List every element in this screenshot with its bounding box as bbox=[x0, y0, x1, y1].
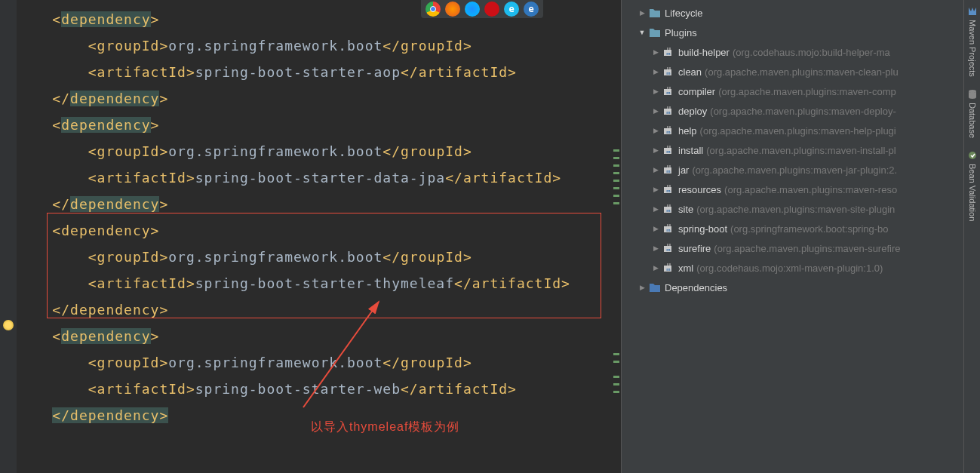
chevron-right-icon: ▶ bbox=[652, 146, 659, 154]
chevron-right-icon: ▶ bbox=[652, 264, 659, 272]
svg-rect-15 bbox=[667, 106, 668, 109]
chevron-down-icon: ▼ bbox=[638, 29, 646, 36]
tree-item-lifecycle[interactable]: ▶ Lifecycle bbox=[625, 3, 980, 23]
maven-tool-window[interactable]: ▶ Lifecycle ▼ Plugins ▶mbuild-helper(org… bbox=[621, 0, 980, 473]
folder-icon bbox=[649, 282, 661, 293]
tab-database[interactable]: Database bbox=[966, 83, 979, 144]
svg-rect-47 bbox=[667, 263, 668, 266]
plugin-icon: m bbox=[662, 164, 674, 175]
plugin-name: help bbox=[678, 125, 697, 137]
svg-text:m: m bbox=[666, 208, 670, 213]
svg-point-50 bbox=[969, 90, 976, 93]
svg-rect-3 bbox=[667, 48, 668, 50]
tree-item-plugin[interactable]: ▶mdeploy(org.apache.maven.plugins:maven-… bbox=[625, 101, 980, 121]
plugins-label: Plugins bbox=[665, 27, 697, 38]
plugin-icon: m bbox=[662, 145, 674, 155]
tab-maven-projects[interactable]: Maven Projects bbox=[966, 0, 979, 83]
tree-item-plugin[interactable]: ▶mresources(org.apache.maven.plugins:mav… bbox=[625, 180, 980, 199]
chevron-right-icon: ▶ bbox=[652, 205, 659, 213]
tree-item-plugin[interactable]: ▶mcompiler(org.apache.maven.plugins:mave… bbox=[625, 81, 980, 101]
svg-rect-11 bbox=[667, 87, 668, 89]
tree-item-plugin[interactable]: ▶mspring-boot(org.springframework.boot:s… bbox=[625, 219, 980, 238]
chevron-right-icon: ▶ bbox=[652, 127, 659, 134]
svg-rect-32 bbox=[669, 185, 671, 187]
plugin-detail: (org.codehaus.mojo:build-helper-ma bbox=[733, 47, 890, 58]
plugin-name: deploy bbox=[678, 106, 707, 117]
tree-item-plugin[interactable]: ▶msurefire(org.apache.maven.plugins:mave… bbox=[625, 238, 980, 258]
intention-bulb-icon[interactable] bbox=[3, 320, 14, 330]
tree-item-plugin[interactable]: ▶minstall(org.apache.maven.plugins:maven… bbox=[625, 140, 980, 160]
plugin-detail: (org.apache.maven.plugins:maven-help-plu… bbox=[700, 125, 896, 137]
vcs-change-markers bbox=[612, 0, 621, 473]
plugin-icon: m bbox=[662, 125, 674, 136]
svg-text:m: m bbox=[666, 91, 670, 95]
plugin-icon: m bbox=[662, 263, 674, 273]
plugin-detail: (org.apache.maven.plugins:maven-comp bbox=[718, 86, 896, 97]
database-icon bbox=[967, 89, 978, 100]
annotation-text: 以导入thymeleaf模板为例 bbox=[311, 413, 459, 440]
right-tool-tabs: Maven Projects Database Bean Validation bbox=[963, 0, 980, 473]
code-content[interactable]: <dependency> <groupId>org.springframewor… bbox=[17, 0, 621, 428]
svg-rect-35 bbox=[667, 204, 668, 207]
plugin-icon: m bbox=[662, 243, 674, 253]
tab-bean-validation[interactable]: Bean Validation bbox=[966, 144, 979, 227]
svg-rect-43 bbox=[667, 244, 668, 246]
bean-icon bbox=[967, 150, 978, 161]
plugin-name: jar bbox=[678, 164, 689, 176]
svg-text:m: m bbox=[666, 110, 670, 115]
svg-rect-8 bbox=[669, 67, 671, 69]
plugin-icon: m bbox=[662, 47, 674, 57]
chevron-right-icon: ▶ bbox=[652, 225, 659, 232]
svg-rect-19 bbox=[667, 126, 668, 128]
tree-item-plugins[interactable]: ▼ Plugins bbox=[625, 23, 980, 42]
svg-rect-40 bbox=[669, 224, 671, 226]
tree-item-plugin[interactable]: ▶mclean(org.apache.maven.plugins:maven-c… bbox=[625, 62, 980, 81]
plugin-detail: (org.codehaus.mojo:xml-maven-plugin:1.0) bbox=[696, 263, 883, 274]
folder-icon bbox=[649, 8, 661, 18]
tree-item-dependencies[interactable]: ▶ Dependencies bbox=[625, 278, 980, 297]
svg-rect-36 bbox=[669, 204, 671, 207]
plugin-detail: (org.apache.maven.plugins:maven-clean-pl… bbox=[705, 66, 899, 78]
editor-gutter bbox=[0, 0, 17, 473]
svg-text:m: m bbox=[666, 51, 670, 56]
chevron-right-icon: ▶ bbox=[652, 186, 659, 193]
tree-item-plugin[interactable]: ▶msite(org.apache.maven.plugins:maven-si… bbox=[625, 199, 980, 219]
svg-rect-48 bbox=[669, 263, 671, 266]
chevron-right-icon: ▶ bbox=[652, 48, 659, 56]
svg-rect-24 bbox=[669, 146, 671, 148]
svg-rect-16 bbox=[669, 106, 671, 109]
tree-item-plugin[interactable]: ▶mjar(org.apache.maven.plugins:maven-jar… bbox=[625, 160, 980, 180]
plugin-detail: (org.apache.maven.plugins:maven-reso bbox=[724, 184, 897, 195]
maven-icon bbox=[967, 6, 978, 17]
svg-text:m: m bbox=[666, 247, 670, 252]
svg-rect-28 bbox=[669, 165, 671, 167]
dependencies-label: Dependencies bbox=[665, 282, 727, 293]
svg-text:m: m bbox=[666, 228, 670, 232]
plugin-name: compiler bbox=[678, 86, 715, 97]
plugin-detail: (org.apache.maven.plugins:maven-deploy- bbox=[710, 106, 896, 117]
svg-rect-31 bbox=[667, 185, 668, 187]
tree-item-plugin[interactable]: ▶mhelp(org.apache.maven.plugins:maven-he… bbox=[625, 121, 980, 140]
svg-rect-12 bbox=[669, 87, 671, 89]
svg-rect-7 bbox=[667, 67, 668, 69]
tree-item-plugin[interactable]: ▶mxml(org.codehaus.mojo:xml-maven-plugin… bbox=[625, 258, 980, 278]
chevron-right-icon: ▶ bbox=[652, 107, 659, 115]
svg-rect-20 bbox=[669, 126, 671, 128]
plugin-name: resources bbox=[678, 184, 721, 195]
plugin-icon: m bbox=[662, 106, 674, 116]
plugin-icon: m bbox=[662, 223, 674, 234]
folder-icon bbox=[649, 27, 661, 38]
tab-label: Database bbox=[968, 103, 977, 138]
chevron-right-icon: ▶ bbox=[638, 9, 646, 17]
svg-rect-23 bbox=[667, 146, 668, 148]
plugin-name: spring-boot bbox=[678, 223, 727, 235]
code-editor[interactable]: e e <dependency> <groupId>org.springfram… bbox=[0, 0, 621, 473]
plugin-icon: m bbox=[662, 66, 674, 77]
plugin-icon: m bbox=[662, 204, 674, 214]
chevron-right-icon: ▶ bbox=[652, 68, 659, 75]
svg-text:m: m bbox=[666, 267, 670, 272]
chevron-right-icon: ▶ bbox=[652, 244, 659, 252]
tree-item-plugin[interactable]: ▶mbuild-helper(org.codehaus.mojo:build-h… bbox=[625, 42, 980, 62]
plugin-detail: (org.apache.maven.plugins:maven-jar-plug… bbox=[692, 164, 897, 176]
svg-rect-44 bbox=[669, 244, 671, 246]
